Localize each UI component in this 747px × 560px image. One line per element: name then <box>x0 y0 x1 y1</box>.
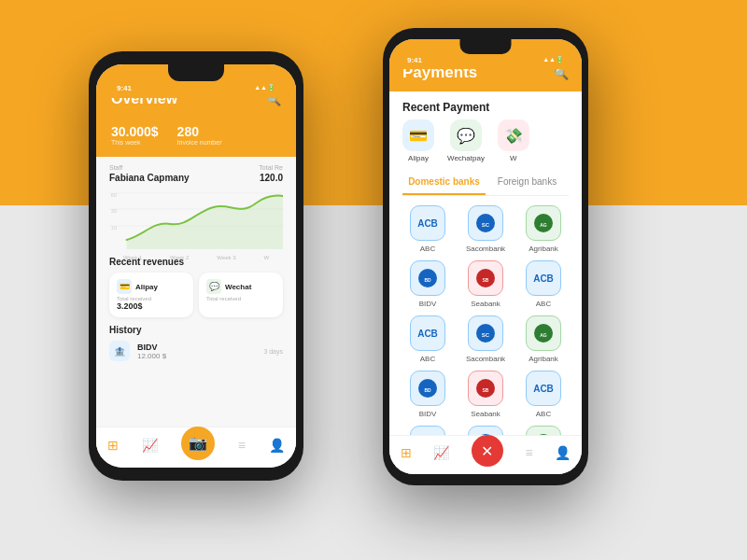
bank-item-sea2[interactable]: SB Seabank <box>460 371 511 418</box>
tab-domestic[interactable]: Domestic banks <box>402 170 486 195</box>
bidv-icon: 🏦 <box>109 341 130 361</box>
nav-scan-back[interactable]: 📷 <box>181 427 215 464</box>
bank-item-sacom1[interactable]: SC Sacombank <box>460 205 511 253</box>
revenue-card-alipay[interactable]: 💳 Alipay Total received 3.200$ <box>109 273 193 317</box>
overview-body: Staff Total Re Fabiana Capmany 120.0 60 … <box>96 157 296 452</box>
profile-icon-back: 👤 <box>269 438 285 453</box>
screen-front: 9:41 ▲▲🔋 Payments 🔍 Recent Payment 💳 Ali… <box>389 39 582 474</box>
svg-text:AG: AG <box>540 332 547 338</box>
bank-item-sacom2[interactable]: SC Sacombank <box>460 315 511 363</box>
bank-item-bidv1[interactable]: BD BIDV <box>402 260 453 308</box>
phone-front: 9:41 ▲▲🔋 Payments 🔍 Recent Payment 💳 Ali… <box>383 28 588 485</box>
close-button-front[interactable]: ✕ <box>472 435 503 467</box>
status-icons-back: ▲▲🔋 <box>254 84 275 91</box>
nav-close-front[interactable]: ✕ <box>472 435 503 470</box>
svg-text:SB: SB <box>483 277 489 283</box>
sea-logo-1: SB <box>468 260 503 296</box>
bidv-logo-2: BD <box>410 371 445 406</box>
bidv-logo-1: BD <box>410 260 445 296</box>
nav-profile-back[interactable]: 👤 <box>269 438 285 453</box>
alipay-pm-name: Alipay <box>408 154 429 162</box>
acb-name-3: ABC <box>420 355 435 363</box>
alipay-icon: 💳 <box>117 279 132 294</box>
nav-home-front[interactable]: ⊞ <box>401 445 412 460</box>
menu-icon-back: ≡ <box>238 438 246 453</box>
phone-back: 9:41 ▲▲🔋 Overview 🔍 30.000$ This week 28… <box>89 51 303 481</box>
total-amount: 120.0 <box>260 173 283 183</box>
bank-item-acb4[interactable]: ACB ABC <box>518 371 569 418</box>
tabs-row: Domestic banks Foreign banks <box>402 170 569 196</box>
bank-item-acb3[interactable]: ACB ABC <box>402 315 453 363</box>
svg-text:SC: SC <box>482 222 490 228</box>
sacom-logo-2: SC <box>468 315 503 351</box>
total-label: Total Re <box>259 164 283 171</box>
chart-label-2: Week 2 <box>170 255 189 260</box>
status-time-front: 9:41 <box>407 56 422 64</box>
history-title: History <box>109 325 283 335</box>
acb-name-4: ABC <box>536 410 551 418</box>
stat-label-invoice: Invoice number <box>177 139 222 146</box>
stat-thisweek: 30.000$ This week <box>111 124 159 146</box>
alipay-pm-icon: 💳 <box>402 119 434 151</box>
notch-back <box>168 64 224 81</box>
banks-grid: ACB ABC SC Sacombank <box>389 196 582 452</box>
nav-chart-back[interactable]: 📈 <box>142 438 158 453</box>
bank-item-acb2[interactable]: ACB ABC <box>518 260 569 308</box>
nav-profile-front[interactable]: 👤 <box>555 445 571 460</box>
overview-stats: 30.000$ This week 280 Invoice number <box>96 119 296 157</box>
menu-icon-front: ≡ <box>525 445 532 460</box>
payment-method-alipay[interactable]: 💳 Alipay <box>402 119 434 162</box>
payment-method-wechat[interactable]: 💬 Wechatpay <box>447 119 485 162</box>
payment-method-other[interactable]: 💸 W <box>498 119 529 162</box>
bank-item-acb1[interactable]: ACB ABC <box>402 205 453 253</box>
bank-item-agri1[interactable]: AG Agribank <box>518 205 569 253</box>
nav-menu-front[interactable]: ≡ <box>525 445 532 460</box>
wechat-name: Wechat <box>225 283 251 291</box>
history-item-bidv[interactable]: 🏦 BIDV 12.000 $ 3 days <box>109 341 283 361</box>
stat-label-week: This week <box>111 139 159 146</box>
bank-item-sea1[interactable]: SB Seabank <box>460 260 511 308</box>
chart-area: 60 30 10 Week 1 Week 2 Week 3 W <box>109 189 283 249</box>
agri-name-1: Agribank <box>529 245 558 253</box>
bank-item-agri2[interactable]: AG Agribank <box>518 315 569 363</box>
svg-text:30: 30 <box>111 208 117 214</box>
bidv-date: 3 days <box>263 348 283 355</box>
bank-item-bidv2[interactable]: BD BIDV <box>402 371 453 418</box>
tab-foreign[interactable]: Foreign banks <box>486 170 569 195</box>
sacom-name-2: Sacombank <box>466 355 505 363</box>
acb-logo-2: ACB <box>526 260 561 296</box>
stat-invoice: 280 Invoice number <box>177 124 222 146</box>
bidv-name: BIDV <box>137 343 256 352</box>
bottom-nav-front: ⊞ 📈 ✕ ≡ 👤 <box>389 435 582 474</box>
chart-label-1: Week 1 <box>123 255 142 260</box>
svg-text:BD: BD <box>424 387 431 393</box>
revenue-card-wechat[interactable]: 💬 Wechat Total received <box>199 273 283 317</box>
sacom-name-1: Sacombank <box>466 245 505 253</box>
scan-button-back[interactable]: 📷 <box>181 427 215 460</box>
home-icon-front: ⊞ <box>401 445 412 460</box>
agri-name-2: Agribank <box>529 355 558 363</box>
nav-menu-back[interactable]: ≡ <box>238 438 246 453</box>
stat-value-invoice: 280 <box>177 124 222 139</box>
wechat-icon: 💬 <box>206 279 221 294</box>
staff-values-row: Fabiana Capmany 120.0 <box>109 173 283 183</box>
alipay-name: Alipay <box>135 283 158 291</box>
staff-name: Fabiana Capmany <box>109 173 190 183</box>
svg-text:AG: AG <box>540 222 547 228</box>
bottom-nav-back: ⊞ 📈 📷 ≡ 👤 <box>96 427 296 468</box>
bidv-svg-2: BD <box>417 378 438 399</box>
svg-text:10: 10 <box>111 225 117 231</box>
svg-text:SB: SB <box>483 387 489 393</box>
sea-name-1: Seabank <box>471 300 500 308</box>
svg-text:BD: BD <box>424 277 431 283</box>
nav-chart-front[interactable]: 📈 <box>433 445 449 460</box>
sacombank-svg-1: SC <box>475 213 496 233</box>
chart-labels: Week 1 Week 2 Week 3 W <box>109 255 283 260</box>
nav-home-back[interactable]: ⊞ <box>107 438 119 453</box>
sea-logo-2: SB <box>468 371 503 406</box>
svg-text:SC: SC <box>482 332 490 338</box>
seabank-svg-1: SB <box>475 268 496 288</box>
alipay-amount: 3.200$ <box>117 301 186 311</box>
chart-label-3: Week 3 <box>217 255 235 260</box>
staff-row: Staff Total Re <box>109 164 283 171</box>
